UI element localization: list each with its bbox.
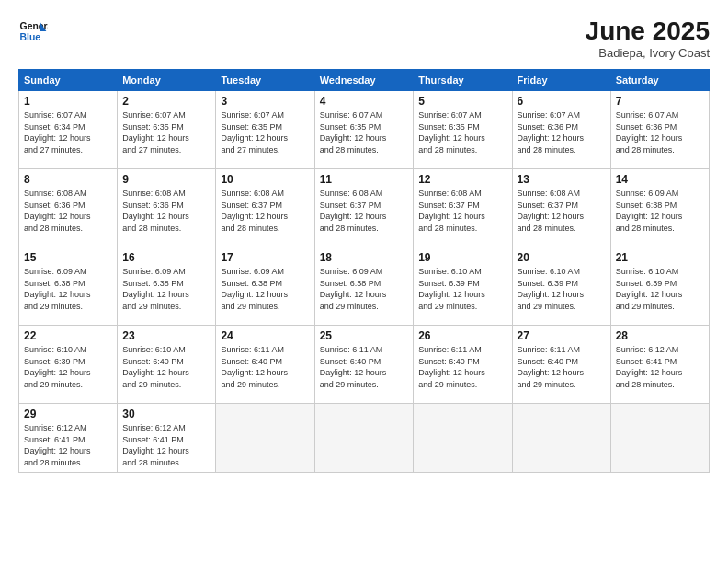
day-detail: Sunrise: 6:11 AM Sunset: 6:40 PM Dayligh…	[320, 344, 409, 390]
table-row: 9Sunrise: 6:08 AM Sunset: 6:36 PM Daylig…	[118, 169, 216, 247]
day-number: 26	[418, 329, 506, 342]
table-row: 26Sunrise: 6:11 AM Sunset: 6:40 PM Dayli…	[414, 326, 512, 404]
logo: General Blue	[18, 17, 48, 46]
day-number: 29	[24, 408, 112, 420]
table-row: 18Sunrise: 6:09 AM Sunset: 6:38 PM Dayli…	[314, 247, 414, 326]
day-number: 11	[320, 173, 409, 186]
day-detail: Sunrise: 6:08 AM Sunset: 6:37 PM Dayligh…	[418, 188, 506, 234]
table-row: 23Sunrise: 6:10 AM Sunset: 6:40 PM Dayli…	[118, 326, 216, 404]
table-row: 29Sunrise: 6:12 AM Sunset: 6:41 PM Dayli…	[19, 404, 118, 473]
table-row: 6Sunrise: 6:07 AM Sunset: 6:36 PM Daylig…	[512, 91, 610, 169]
table-row: 16Sunrise: 6:09 AM Sunset: 6:38 PM Dayli…	[118, 247, 216, 326]
day-detail: Sunrise: 6:07 AM Sunset: 6:36 PM Dayligh…	[616, 109, 704, 155]
day-detail: Sunrise: 6:09 AM Sunset: 6:38 PM Dayligh…	[320, 266, 409, 312]
day-detail: Sunrise: 6:10 AM Sunset: 6:39 PM Dayligh…	[518, 266, 606, 312]
day-detail: Sunrise: 6:09 AM Sunset: 6:38 PM Dayligh…	[122, 266, 210, 312]
day-number: 1	[24, 95, 112, 108]
day-detail: Sunrise: 6:10 AM Sunset: 6:39 PM Dayligh…	[24, 344, 112, 390]
day-number: 8	[24, 173, 112, 186]
table-row	[314, 404, 414, 473]
table-row: 12Sunrise: 6:08 AM Sunset: 6:37 PM Dayli…	[414, 169, 512, 247]
day-detail: Sunrise: 6:11 AM Sunset: 6:40 PM Dayligh…	[518, 344, 606, 390]
table-row: 21Sunrise: 6:10 AM Sunset: 6:39 PM Dayli…	[610, 247, 709, 326]
logo-icon: General Blue	[18, 17, 48, 46]
table-row: 20Sunrise: 6:10 AM Sunset: 6:39 PM Dayli…	[512, 247, 610, 326]
day-detail: Sunrise: 6:07 AM Sunset: 6:36 PM Dayligh…	[518, 109, 606, 155]
day-number: 15	[24, 251, 112, 264]
day-detail: Sunrise: 6:08 AM Sunset: 6:36 PM Dayligh…	[24, 188, 112, 234]
day-number: 3	[221, 95, 309, 108]
header: General Blue June 2025 Badiepa, Ivory Co…	[18, 17, 710, 60]
day-number: 27	[518, 329, 606, 342]
day-detail: Sunrise: 6:08 AM Sunset: 6:36 PM Dayligh…	[122, 188, 210, 234]
day-detail: Sunrise: 6:09 AM Sunset: 6:38 PM Dayligh…	[221, 266, 309, 312]
day-detail: Sunrise: 6:08 AM Sunset: 6:37 PM Dayligh…	[320, 188, 409, 234]
table-row: 5Sunrise: 6:07 AM Sunset: 6:35 PM Daylig…	[414, 91, 512, 169]
day-detail: Sunrise: 6:10 AM Sunset: 6:40 PM Dayligh…	[122, 344, 210, 390]
day-number: 21	[616, 251, 704, 264]
day-number: 9	[122, 173, 210, 186]
table-row: 17Sunrise: 6:09 AM Sunset: 6:38 PM Dayli…	[216, 247, 314, 326]
day-detail: Sunrise: 6:10 AM Sunset: 6:39 PM Dayligh…	[418, 266, 506, 312]
day-detail: Sunrise: 6:09 AM Sunset: 6:38 PM Dayligh…	[24, 266, 112, 312]
day-number: 10	[221, 173, 309, 186]
table-row: 25Sunrise: 6:11 AM Sunset: 6:40 PM Dayli…	[314, 326, 414, 404]
day-number: 13	[518, 173, 606, 186]
day-number: 16	[122, 251, 210, 264]
calendar-header-row: Sunday Monday Tuesday Wednesday Thursday…	[19, 70, 710, 91]
day-number: 28	[616, 329, 704, 342]
day-detail: Sunrise: 6:12 AM Sunset: 6:41 PM Dayligh…	[122, 422, 210, 468]
table-row	[216, 404, 314, 473]
day-number: 14	[616, 173, 704, 186]
day-number: 24	[221, 329, 309, 342]
table-row: 24Sunrise: 6:11 AM Sunset: 6:40 PM Dayli…	[216, 326, 314, 404]
day-detail: Sunrise: 6:09 AM Sunset: 6:38 PM Dayligh…	[616, 188, 704, 234]
calendar-table: Sunday Monday Tuesday Wednesday Thursday…	[18, 69, 710, 473]
day-number: 25	[320, 329, 409, 342]
col-thursday: Thursday	[414, 70, 512, 91]
table-row: 3Sunrise: 6:07 AM Sunset: 6:35 PM Daylig…	[216, 91, 314, 169]
table-row: 2Sunrise: 6:07 AM Sunset: 6:35 PM Daylig…	[118, 91, 216, 169]
location: Badiepa, Ivory Coast	[586, 46, 710, 60]
day-number: 19	[418, 251, 506, 264]
day-detail: Sunrise: 6:11 AM Sunset: 6:40 PM Dayligh…	[418, 344, 506, 390]
day-detail: Sunrise: 6:10 AM Sunset: 6:39 PM Dayligh…	[616, 266, 704, 312]
table-row: 30Sunrise: 6:12 AM Sunset: 6:41 PM Dayli…	[118, 404, 216, 473]
table-row: 22Sunrise: 6:10 AM Sunset: 6:39 PM Dayli…	[19, 326, 118, 404]
table-row: 19Sunrise: 6:10 AM Sunset: 6:39 PM Dayli…	[414, 247, 512, 326]
table-row: 28Sunrise: 6:12 AM Sunset: 6:41 PM Dayli…	[610, 326, 709, 404]
day-detail: Sunrise: 6:07 AM Sunset: 6:35 PM Dayligh…	[418, 109, 506, 155]
table-row: 4Sunrise: 6:07 AM Sunset: 6:35 PM Daylig…	[314, 91, 414, 169]
table-row	[414, 404, 512, 473]
day-number: 30	[122, 408, 210, 420]
table-row	[512, 404, 610, 473]
day-number: 17	[221, 251, 309, 264]
day-number: 23	[122, 329, 210, 342]
table-row: 13Sunrise: 6:08 AM Sunset: 6:37 PM Dayli…	[512, 169, 610, 247]
day-detail: Sunrise: 6:11 AM Sunset: 6:40 PM Dayligh…	[221, 344, 309, 390]
col-friday: Friday	[512, 70, 610, 91]
table-row: 7Sunrise: 6:07 AM Sunset: 6:36 PM Daylig…	[610, 91, 709, 169]
col-tuesday: Tuesday	[216, 70, 314, 91]
day-number: 12	[418, 173, 506, 186]
day-number: 7	[616, 95, 704, 108]
col-monday: Monday	[118, 70, 216, 91]
day-detail: Sunrise: 6:07 AM Sunset: 6:34 PM Dayligh…	[24, 109, 112, 155]
day-detail: Sunrise: 6:07 AM Sunset: 6:35 PM Dayligh…	[122, 109, 210, 155]
day-detail: Sunrise: 6:12 AM Sunset: 6:41 PM Dayligh…	[616, 344, 704, 390]
day-number: 2	[122, 95, 210, 108]
day-number: 6	[518, 95, 606, 108]
col-sunday: Sunday	[19, 70, 118, 91]
table-row: 11Sunrise: 6:08 AM Sunset: 6:37 PM Dayli…	[314, 169, 414, 247]
svg-text:Blue: Blue	[20, 32, 41, 42]
day-detail: Sunrise: 6:08 AM Sunset: 6:37 PM Dayligh…	[221, 188, 309, 234]
day-number: 4	[320, 95, 409, 108]
day-number: 22	[24, 329, 112, 342]
table-row: 10Sunrise: 6:08 AM Sunset: 6:37 PM Dayli…	[216, 169, 314, 247]
page: General Blue June 2025 Badiepa, Ivory Co…	[0, 0, 728, 563]
table-row	[610, 404, 709, 473]
day-number: 5	[418, 95, 506, 108]
title-block: June 2025 Badiepa, Ivory Coast	[586, 17, 710, 60]
col-wednesday: Wednesday	[314, 70, 414, 91]
table-row: 15Sunrise: 6:09 AM Sunset: 6:38 PM Dayli…	[19, 247, 118, 326]
